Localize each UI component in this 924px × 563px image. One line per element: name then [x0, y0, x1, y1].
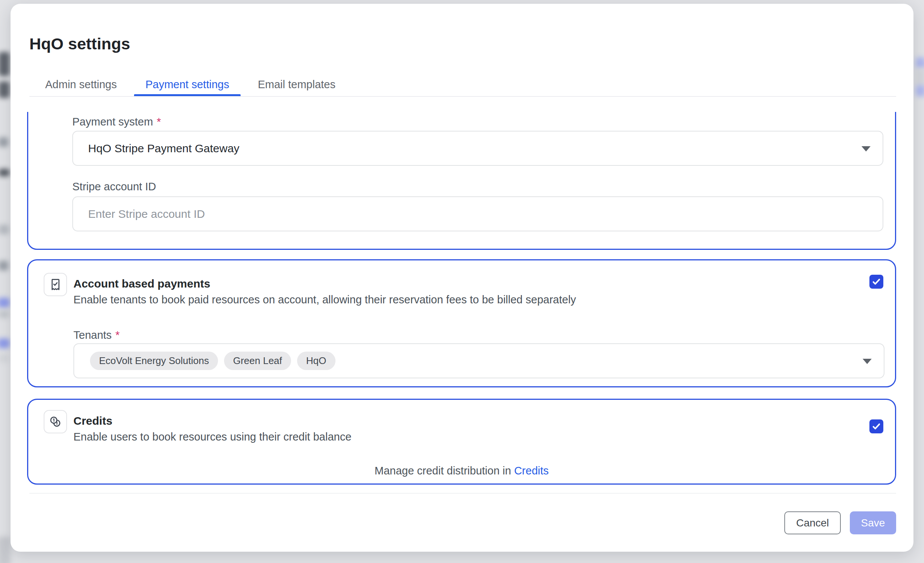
background-blur [0, 169, 10, 176]
credits-panel: Credits Enable users to book resources u… [27, 399, 896, 485]
payment-system-label: Payment system* [72, 115, 161, 129]
payment-system-value: HqO Stripe Payment Gateway [88, 142, 239, 155]
background-blur [0, 261, 8, 271]
payment-system-label-text: Payment system [72, 116, 153, 128]
settings-modal: HqO settings Admin settings Payment sett… [11, 4, 913, 552]
tenant-chip[interactable]: EcoVolt Energy Solutions [90, 352, 218, 370]
tabs-divider [29, 96, 896, 97]
required-asterisk: * [157, 116, 161, 128]
account-based-payments-checkbox[interactable] [869, 275, 883, 289]
credits-link[interactable]: Credits [514, 465, 549, 477]
manage-credits-line: Manage credit distribution inCredits [28, 465, 895, 477]
background-blur [0, 52, 10, 76]
tenants-select[interactable]: EcoVolt Energy Solutions Green Leaf HqO [73, 343, 884, 378]
background-blur [0, 298, 10, 308]
required-asterisk: * [116, 329, 120, 341]
section-title: Account based payments [73, 277, 210, 291]
tenants-label-text: Tenants [73, 329, 112, 341]
background-blur [0, 137, 8, 147]
settings-tabs: Admin settings Payment settings Email te… [34, 73, 353, 97]
background-blur [0, 81, 10, 98]
background-blur [0, 311, 9, 318]
checkmark-icon [871, 277, 881, 287]
background-blur [0, 338, 10, 348]
background-blur [916, 57, 924, 69]
coins-icon [44, 410, 67, 433]
checkmark-icon [871, 421, 881, 431]
background-blur [916, 85, 924, 96]
background-blur [0, 537, 11, 563]
receipt-check-icon [44, 273, 67, 296]
chevron-down-icon [861, 146, 871, 151]
tenants-label: Tenants* [73, 328, 120, 342]
stripe-account-input[interactable] [72, 196, 883, 231]
credits-checkbox[interactable] [869, 419, 883, 433]
footer-divider [29, 493, 896, 494]
manage-credits-text: Manage credit distribution in [375, 465, 511, 477]
section-title: Credits [73, 414, 112, 428]
section-description: Enable tenants to book paid resources on… [73, 292, 576, 307]
payment-gateway-panel: Payment system* HqO Stripe Payment Gatew… [27, 112, 896, 250]
background-blur [916, 69, 924, 86]
tab-payment-settings[interactable]: Payment settings [134, 73, 240, 97]
cancel-button[interactable]: Cancel [784, 511, 841, 534]
section-description: Enable users to book resources using the… [73, 430, 351, 444]
tenant-chip[interactable]: Green Leaf [224, 352, 291, 370]
tab-admin-settings[interactable]: Admin settings [34, 73, 128, 97]
save-button[interactable]: Save [850, 511, 896, 534]
background-blur [0, 225, 9, 234]
chevron-down-icon [863, 359, 872, 364]
tenant-chip[interactable]: HqO [297, 352, 335, 370]
payment-system-select[interactable]: HqO Stripe Payment Gateway [72, 131, 883, 166]
account-based-payments-panel: Account based payments Enable tenants to… [27, 259, 896, 387]
page-title: HqO settings [29, 32, 130, 55]
background-blur [0, 354, 9, 363]
stripe-account-label: Stripe account ID [72, 180, 156, 193]
tab-email-templates[interactable]: Email templates [247, 73, 347, 97]
